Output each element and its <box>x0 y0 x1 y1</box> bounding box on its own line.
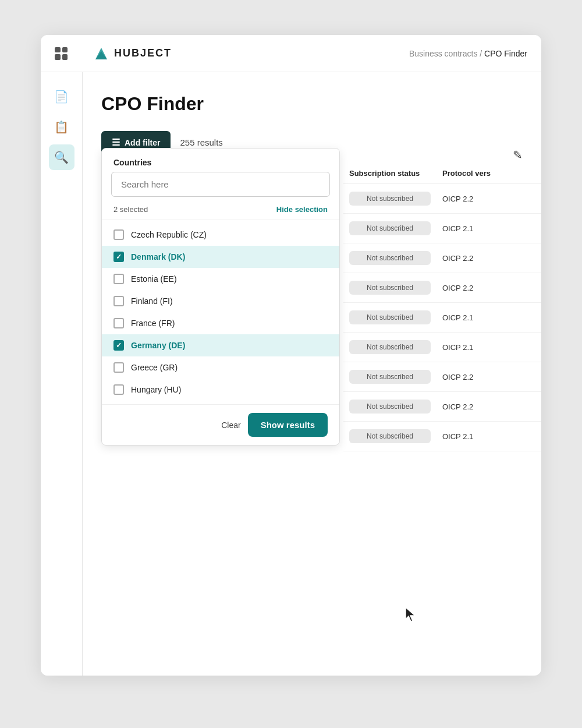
table-header: Subscription status Protocol vers <box>343 169 541 184</box>
top-bar: HubJect Business contracts / CPO Finder <box>41 35 541 72</box>
country-label-hu: Hungary (HU) <box>131 385 181 394</box>
status-badge: Not subscribed <box>349 340 431 354</box>
status-badge: Not subscribed <box>349 281 431 295</box>
country-label-fr: France (FR) <box>131 319 175 328</box>
checkbox-ee[interactable] <box>113 274 124 284</box>
list-icon: 📋 <box>54 121 69 133</box>
country-item-fr[interactable]: France (FR) <box>102 312 339 334</box>
status-badge: Not subscribed <box>349 192 431 206</box>
country-item-ee[interactable]: Estonia (EE) <box>102 268 339 290</box>
table-rows: Not subscribed OICP 2.2 Not subscribed O… <box>343 184 541 451</box>
country-label-cz: Czech Republic (CZ) <box>131 230 207 239</box>
logo: HubJect <box>93 45 172 62</box>
breadcrumb: Business contracts / CPO Finder <box>409 49 527 58</box>
protocol-version: OICP 2.2 <box>442 284 495 292</box>
country-item-cz[interactable]: Czech Republic (CZ) <box>102 224 339 246</box>
country-item-gr[interactable]: Greece (GR) <box>102 356 339 379</box>
country-search-input[interactable] <box>111 172 330 197</box>
dropdown-footer: Clear Show results <box>102 404 339 445</box>
table-row: Not subscribed OICP 2.1 <box>343 422 541 451</box>
results-count: 255 results <box>180 137 222 147</box>
country-label-dk: Denmark (DK) <box>131 252 185 261</box>
edit-icon[interactable]: ✎ <box>513 148 523 162</box>
add-filter-label: Add filter <box>125 138 160 147</box>
logo-svg <box>93 45 109 62</box>
table-row: Not subscribed OICP 2.2 <box>343 273 541 303</box>
status-badge: Not subscribed <box>349 221 431 235</box>
country-label-gr: Greece (GR) <box>131 363 178 372</box>
hide-selection-link[interactable]: Hide selection <box>276 205 328 214</box>
protocol-version: OICP 2.2 <box>442 195 495 203</box>
status-badge: Not subscribed <box>349 429 431 443</box>
status-badge: Not subscribed <box>349 370 431 384</box>
breadcrumb-base: Business contracts / <box>409 49 482 58</box>
table-area: ✎ Subscription status Protocol vers Not … <box>343 148 541 451</box>
page-title: CPO Finder <box>101 93 523 115</box>
dropdown-header: Countries <box>102 149 339 172</box>
cursor-indicator <box>404 606 416 620</box>
sidebar-item-search[interactable]: 🔍 <box>49 144 74 170</box>
col-header-subscription: Subscription status <box>349 169 442 178</box>
sidebar-item-contracts[interactable]: 📄 <box>49 84 74 109</box>
country-item-fi[interactable]: Finland (FI) <box>102 290 339 312</box>
edit-icon-row: ✎ <box>343 148 541 169</box>
table-row: Not subscribed OICP 2.2 <box>343 362 541 392</box>
clear-button[interactable]: Clear <box>221 420 240 430</box>
checkbox-dk[interactable]: ✓ <box>113 252 124 262</box>
country-item-de[interactable]: ✓ Germany (DE) <box>102 334 339 356</box>
col-header-protocol: Protocol vers <box>442 169 512 178</box>
checkbox-cz[interactable] <box>113 229 124 240</box>
dropdown-panel: Countries 2 selected Hide selection Czec… <box>101 148 340 446</box>
filter-icon: ☰ <box>112 137 120 148</box>
checkbox-gr[interactable] <box>113 362 124 373</box>
country-label-fi: Finland (FI) <box>131 296 173 306</box>
protocol-version: OICP 2.1 <box>442 432 495 441</box>
grid-icon[interactable] <box>55 47 68 60</box>
protocol-version: OICP 2.1 <box>442 343 495 352</box>
table-row: Not subscribed OICP 2.1 <box>343 303 541 333</box>
country-item-hu[interactable]: Hungary (HU) <box>102 379 339 401</box>
show-results-button[interactable]: Show results <box>248 413 328 437</box>
sidebar: 📄 📋 🔍 <box>41 72 83 676</box>
country-item-dk[interactable]: ✓ Denmark (DK) <box>102 246 339 268</box>
logo-text: HubJect <box>114 47 172 59</box>
top-bar-left: HubJect <box>55 45 172 62</box>
table-row: Not subscribed OICP 2.2 <box>343 243 541 273</box>
status-badge: Not subscribed <box>349 251 431 265</box>
breadcrumb-active: CPO Finder <box>484 49 527 58</box>
table-row: Not subscribed OICP 2.1 <box>343 214 541 243</box>
contracts-icon: 📄 <box>54 91 69 103</box>
checkbox-hu[interactable] <box>113 384 124 395</box>
country-label-de: Germany (DE) <box>131 341 185 350</box>
protocol-version: OICP 2.1 <box>442 224 495 233</box>
app-container: HubJect Business contracts / CPO Finder … <box>41 35 541 676</box>
status-badge: Not subscribed <box>349 400 431 414</box>
checkbox-fr[interactable] <box>113 318 124 328</box>
sidebar-item-list[interactable]: 📋 <box>49 114 74 140</box>
search-icon: 🔍 <box>54 151 69 163</box>
content-area: CPO Finder ☰ Add filter 255 results Coun… <box>83 72 541 676</box>
selection-count: 2 selected <box>113 205 148 214</box>
protocol-version: OICP 2.2 <box>442 402 495 411</box>
table-row: Not subscribed OICP 2.2 <box>343 392 541 422</box>
country-list: Czech Republic (CZ) ✓ Denmark (DK) Eston… <box>102 220 339 404</box>
table-row: Not subscribed OICP 2.2 <box>343 184 541 214</box>
main-layout: 📄 📋 🔍 CPO Finder ☰ Add filter 255 result… <box>41 72 541 676</box>
checkbox-fi[interactable] <box>113 296 124 306</box>
protocol-version: OICP 2.2 <box>442 254 495 263</box>
country-label-ee: Estonia (EE) <box>131 274 177 284</box>
protocol-version: OICP 2.2 <box>442 373 495 381</box>
checkbox-de[interactable]: ✓ <box>113 340 124 351</box>
status-badge: Not subscribed <box>349 310 431 324</box>
svg-marker-1 <box>95 51 107 59</box>
protocol-version: OICP 2.1 <box>442 313 495 322</box>
selection-info: 2 selected Hide selection <box>102 203 339 220</box>
table-row: Not subscribed OICP 2.1 <box>343 333 541 362</box>
